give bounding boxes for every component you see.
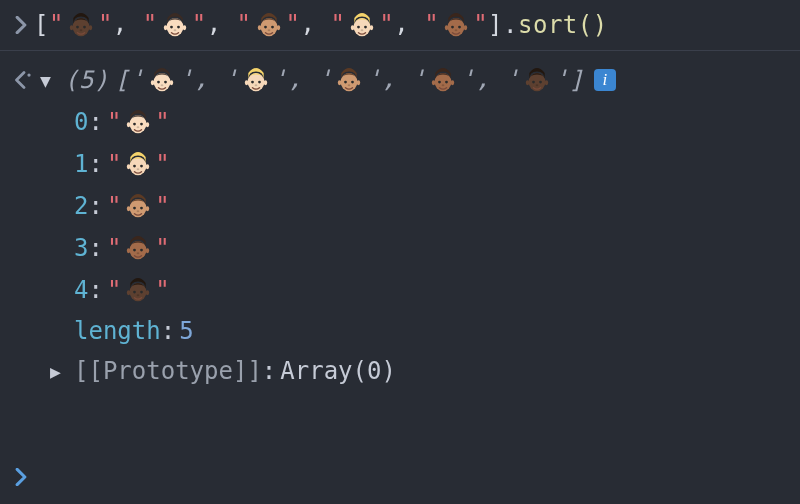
expand-toggle-icon[interactable] (50, 361, 68, 382)
svg-point-51 (451, 80, 455, 85)
svg-point-25 (445, 25, 449, 30)
svg-point-36 (160, 84, 163, 86)
svg-point-30 (27, 73, 30, 76)
svg-point-26 (464, 25, 468, 30)
colon: : (88, 234, 102, 262)
comma: , (288, 65, 318, 93)
svg-point-71 (140, 165, 143, 168)
svg-point-9 (170, 26, 173, 29)
string-quote: " (424, 10, 439, 38)
entry-index: 1 (74, 150, 88, 178)
svg-point-32 (151, 80, 155, 85)
svg-point-78 (137, 210, 140, 212)
svg-point-35 (164, 81, 167, 84)
svg-point-1 (70, 25, 74, 30)
person-emoji-icon (334, 65, 364, 95)
bracket-close: ] (488, 11, 503, 39)
string-quote: ' (411, 65, 426, 93)
person-emoji-icon (428, 65, 458, 95)
svg-point-13 (257, 25, 261, 30)
person-emoji-icon (347, 10, 377, 40)
comma: , (113, 10, 143, 38)
svg-point-33 (169, 80, 173, 85)
svg-point-54 (442, 84, 445, 86)
string-quote: ' (554, 65, 569, 93)
array-entry-row[interactable]: 0: " " (74, 101, 800, 143)
svg-point-70 (133, 165, 136, 168)
bracket-open: [ (34, 11, 49, 39)
prototype-key: [[Prototype]] (74, 357, 262, 385)
array-entry-row[interactable]: 4: " " (74, 269, 800, 311)
person-emoji-icon (123, 191, 153, 221)
svg-point-60 (536, 84, 539, 86)
colon: : (88, 150, 102, 178)
svg-point-20 (370, 25, 374, 30)
svg-point-90 (137, 294, 140, 296)
console-input-row: [ " ", " ", " ", " (0, 6, 800, 51)
svg-point-8 (182, 25, 186, 30)
comma: , (194, 65, 224, 93)
colon: : (88, 108, 102, 136)
svg-point-63 (146, 122, 150, 127)
entry-index: 0 (74, 108, 88, 136)
string-quote: " (330, 10, 345, 38)
string-quote: " (107, 234, 121, 262)
svg-point-27 (451, 26, 454, 29)
person-emoji-icon (241, 65, 271, 95)
svg-point-34 (157, 81, 160, 84)
svg-point-74 (127, 206, 131, 211)
output-summary[interactable]: (5) [ ' ', ' ', ' ', ' (64, 65, 584, 95)
svg-point-81 (146, 248, 150, 253)
prototype-row[interactable]: [[Prototype]] : Array(0) (74, 351, 800, 391)
svg-point-66 (137, 126, 140, 128)
svg-point-17 (267, 29, 270, 31)
svg-point-77 (140, 207, 143, 210)
input-expression[interactable]: [ " ", " ", " ", " (34, 10, 608, 40)
entry-index: 3 (74, 234, 88, 262)
string-quote: " (107, 192, 121, 220)
svg-point-69 (146, 164, 150, 169)
svg-point-23 (361, 29, 364, 31)
svg-point-4 (83, 26, 86, 29)
svg-point-45 (357, 80, 361, 85)
expanded-object: 0: " "1: " "2: " "3: " (0, 101, 800, 391)
svg-point-10 (177, 26, 180, 29)
svg-point-7 (164, 25, 168, 30)
svg-point-52 (438, 81, 441, 84)
svg-point-50 (432, 80, 436, 85)
input-chevron-icon (14, 16, 34, 34)
svg-point-57 (545, 80, 549, 85)
call-parens: () (578, 11, 608, 39)
string-quote: " (98, 10, 113, 38)
svg-point-48 (348, 84, 351, 86)
string-quote: " (155, 276, 169, 304)
info-icon[interactable]: i (594, 69, 616, 91)
string-quote: " (286, 10, 301, 38)
svg-point-5 (80, 29, 83, 31)
string-quote: ' (317, 65, 332, 93)
array-entry-row[interactable]: 2: " " (74, 185, 800, 227)
svg-point-83 (140, 249, 143, 252)
string-quote: ' (366, 65, 381, 93)
person-emoji-icon (147, 65, 177, 95)
output-chevron-icon (14, 71, 34, 89)
console-prompt[interactable] (14, 464, 34, 492)
string-quote: ' (224, 65, 239, 93)
array-entry-row[interactable]: 3: " " (74, 227, 800, 269)
svg-point-44 (338, 80, 342, 85)
string-quote: " (155, 108, 169, 136)
svg-point-46 (344, 81, 347, 84)
svg-point-59 (539, 81, 542, 84)
svg-point-62 (127, 122, 131, 127)
svg-point-56 (526, 80, 530, 85)
svg-point-86 (127, 290, 131, 295)
length-row[interactable]: length : 5 (74, 311, 800, 351)
svg-point-2 (89, 25, 93, 30)
colon: : (88, 192, 102, 220)
expand-toggle-icon[interactable] (40, 70, 58, 91)
comma: , (207, 10, 237, 38)
array-entry-row[interactable]: 1: " " (74, 143, 800, 185)
bracket-close: ] (569, 66, 584, 94)
svg-point-89 (140, 291, 143, 294)
svg-point-28 (458, 26, 461, 29)
